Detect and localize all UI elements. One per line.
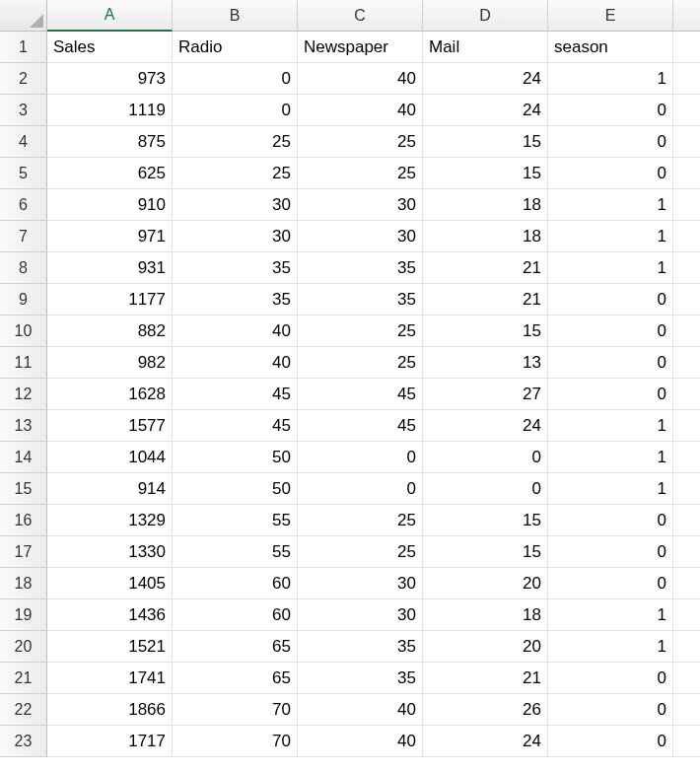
cell-A4[interactable]: 875 — [47, 126, 173, 158]
cell-B12[interactable]: 45 — [173, 379, 298, 410]
col-header-D[interactable]: D — [423, 0, 548, 32]
cell-A18[interactable]: 1405 — [47, 568, 173, 599]
cell-B5[interactable]: 25 — [173, 158, 298, 189]
cell-A1[interactable]: Sales — [47, 32, 173, 63]
cell-A19[interactable]: 1436 — [47, 599, 173, 631]
col-header-A[interactable]: A — [47, 0, 173, 32]
cell-partial[interactable] — [673, 536, 700, 568]
cell-partial[interactable] — [673, 442, 700, 473]
cell-A10[interactable]: 882 — [47, 316, 173, 347]
cell-A13[interactable]: 1577 — [47, 410, 173, 442]
cell-D4[interactable]: 15 — [423, 126, 548, 158]
cell-D19[interactable]: 18 — [423, 599, 548, 631]
cell-A16[interactable]: 1329 — [47, 505, 173, 536]
cell-C16[interactable]: 25 — [298, 505, 423, 536]
cell-partial[interactable] — [673, 694, 700, 726]
cell-D14[interactable]: 0 — [423, 442, 548, 473]
cell-E12[interactable]: 0 — [548, 379, 673, 410]
cell-E14[interactable]: 1 — [548, 442, 673, 473]
cell-B14[interactable]: 50 — [173, 442, 298, 473]
cell-A17[interactable]: 1330 — [47, 536, 173, 568]
row-header-11[interactable]: 11 — [0, 347, 47, 379]
cell-C7[interactable]: 30 — [298, 221, 423, 252]
cell-E7[interactable]: 1 — [548, 221, 673, 252]
row-header-19[interactable]: 19 — [0, 599, 47, 631]
cell-C1[interactable]: Newspaper — [298, 32, 423, 63]
cell-B1[interactable]: Radio — [173, 32, 298, 63]
cell-C12[interactable]: 45 — [298, 379, 423, 410]
cell-D9[interactable]: 21 — [423, 284, 548, 316]
cell-E4[interactable]: 0 — [548, 126, 673, 158]
cell-A20[interactable]: 1521 — [47, 631, 173, 663]
cell-D15[interactable]: 0 — [423, 473, 548, 505]
cell-A8[interactable]: 931 — [47, 252, 173, 284]
cell-D6[interactable]: 18 — [423, 189, 548, 221]
cell-B18[interactable]: 60 — [173, 568, 298, 599]
cell-B15[interactable]: 50 — [173, 473, 298, 505]
cell-D22[interactable]: 26 — [423, 694, 548, 726]
row-header-15[interactable]: 15 — [0, 473, 47, 505]
cell-E8[interactable]: 1 — [548, 252, 673, 284]
cell-partial[interactable] — [673, 126, 700, 158]
row-header-6[interactable]: 6 — [0, 189, 47, 221]
row-header-7[interactable]: 7 — [0, 221, 47, 252]
cell-E21[interactable]: 0 — [548, 663, 673, 694]
cell-partial[interactable] — [673, 505, 700, 536]
row-header-12[interactable]: 12 — [0, 379, 47, 410]
cell-C2[interactable]: 40 — [298, 63, 423, 95]
cell-D7[interactable]: 18 — [423, 221, 548, 252]
cell-D3[interactable]: 24 — [423, 95, 548, 126]
cell-B22[interactable]: 70 — [173, 694, 298, 726]
cell-D13[interactable]: 24 — [423, 410, 548, 442]
cell-C18[interactable]: 30 — [298, 568, 423, 599]
cell-A23[interactable]: 1717 — [47, 726, 173, 757]
cell-D12[interactable]: 27 — [423, 379, 548, 410]
row-header-13[interactable]: 13 — [0, 410, 47, 442]
cell-B11[interactable]: 40 — [173, 347, 298, 379]
cell-E13[interactable]: 1 — [548, 410, 673, 442]
cell-E9[interactable]: 0 — [548, 284, 673, 316]
cell-A6[interactable]: 910 — [47, 189, 173, 221]
cell-A14[interactable]: 1044 — [47, 442, 173, 473]
row-header-18[interactable]: 18 — [0, 568, 47, 599]
cell-D23[interactable]: 24 — [423, 726, 548, 757]
cell-partial[interactable] — [673, 32, 700, 63]
cell-partial[interactable] — [673, 95, 700, 126]
cell-partial[interactable] — [673, 568, 700, 599]
cell-E16[interactable]: 0 — [548, 505, 673, 536]
cell-partial[interactable] — [673, 252, 700, 284]
cell-partial[interactable] — [673, 284, 700, 316]
row-header-10[interactable]: 10 — [0, 316, 47, 347]
cell-partial[interactable] — [673, 189, 700, 221]
cell-C13[interactable]: 45 — [298, 410, 423, 442]
cell-B17[interactable]: 55 — [173, 536, 298, 568]
cell-A11[interactable]: 982 — [47, 347, 173, 379]
cell-partial[interactable] — [673, 663, 700, 694]
cell-D18[interactable]: 20 — [423, 568, 548, 599]
cell-C5[interactable]: 25 — [298, 158, 423, 189]
cell-B2[interactable]: 0 — [173, 63, 298, 95]
row-header-3[interactable]: 3 — [0, 95, 47, 126]
cell-D16[interactable]: 15 — [423, 505, 548, 536]
cell-B23[interactable]: 70 — [173, 726, 298, 757]
cell-partial[interactable] — [673, 726, 700, 757]
cell-E6[interactable]: 1 — [548, 189, 673, 221]
cell-B10[interactable]: 40 — [173, 316, 298, 347]
cell-partial[interactable] — [673, 379, 700, 410]
cell-C10[interactable]: 25 — [298, 316, 423, 347]
cell-partial[interactable] — [673, 316, 700, 347]
col-header-E[interactable]: E — [548, 0, 673, 32]
row-header-2[interactable]: 2 — [0, 63, 47, 95]
cell-partial[interactable] — [673, 410, 700, 442]
cell-C3[interactable]: 40 — [298, 95, 423, 126]
row-header-14[interactable]: 14 — [0, 442, 47, 473]
cell-A21[interactable]: 1741 — [47, 663, 173, 694]
cell-A15[interactable]: 914 — [47, 473, 173, 505]
cell-B7[interactable]: 30 — [173, 221, 298, 252]
cell-E23[interactable]: 0 — [548, 726, 673, 757]
cell-A7[interactable]: 971 — [47, 221, 173, 252]
cell-B6[interactable]: 30 — [173, 189, 298, 221]
cell-E1[interactable]: season — [548, 32, 673, 63]
cell-partial[interactable] — [673, 158, 700, 189]
cell-C22[interactable]: 40 — [298, 694, 423, 726]
